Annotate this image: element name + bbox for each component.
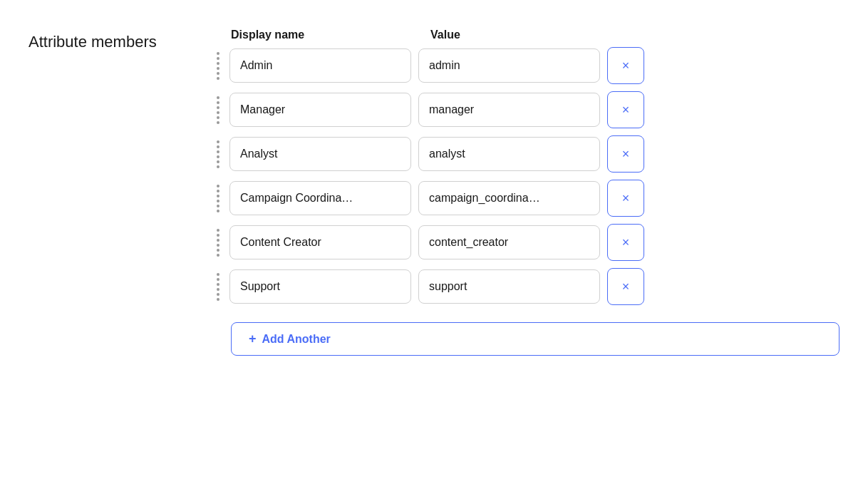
table-row: × xyxy=(214,91,839,128)
value-input[interactable] xyxy=(418,93,600,127)
drag-dot xyxy=(217,210,219,212)
table-row: × xyxy=(214,268,839,305)
drag-dot xyxy=(217,185,219,187)
drag-dot xyxy=(217,229,219,232)
close-icon: × xyxy=(622,148,630,160)
add-another-label: Add Another xyxy=(262,333,331,346)
drag-dot xyxy=(217,106,219,109)
drag-dot xyxy=(217,273,219,276)
drag-dot xyxy=(217,67,219,70)
drag-dot xyxy=(217,72,219,75)
drag-dot xyxy=(217,190,219,192)
drag-dot xyxy=(217,77,219,80)
delete-button[interactable]: × xyxy=(607,47,644,84)
display-name-input[interactable] xyxy=(229,137,411,171)
close-icon: × xyxy=(622,236,630,249)
drag-dot xyxy=(217,298,219,301)
table-row: × xyxy=(214,180,839,217)
drag-dot xyxy=(217,254,219,257)
drag-dot xyxy=(217,288,219,291)
drag-dot xyxy=(217,165,219,168)
drag-handle[interactable] xyxy=(214,185,222,212)
drag-handle[interactable] xyxy=(214,52,222,80)
drag-dot xyxy=(217,283,219,286)
close-icon: × xyxy=(622,192,630,205)
display-name-input[interactable] xyxy=(229,225,411,259)
table-row: × xyxy=(214,135,839,173)
drag-dot xyxy=(217,145,219,148)
drag-dot xyxy=(217,121,219,124)
drag-dot xyxy=(217,140,219,143)
drag-dot xyxy=(217,101,219,104)
drag-dot xyxy=(217,278,219,281)
drag-dot xyxy=(217,293,219,296)
delete-button[interactable]: × xyxy=(607,224,644,261)
drag-dot xyxy=(217,116,219,119)
drag-dot xyxy=(217,160,219,163)
value-input[interactable] xyxy=(418,269,600,304)
drag-handle[interactable] xyxy=(214,140,222,168)
display-name-input[interactable] xyxy=(229,181,411,215)
value-input[interactable] xyxy=(418,48,600,83)
page-container: Attribute members Display name Value × xyxy=(14,14,854,370)
drag-dot xyxy=(217,244,219,247)
drag-dot xyxy=(217,57,219,60)
delete-button[interactable]: × xyxy=(607,135,644,173)
drag-dot xyxy=(217,200,219,202)
drag-dot xyxy=(217,155,219,158)
table-header: Display name Value xyxy=(214,29,839,41)
drag-dot xyxy=(217,249,219,252)
value-input[interactable] xyxy=(418,137,600,171)
delete-button[interactable]: × xyxy=(607,268,644,305)
drag-handle[interactable] xyxy=(214,96,222,124)
col-header-display-name: Display name xyxy=(231,29,423,41)
table-row: × xyxy=(214,224,839,261)
col-header-value: Value xyxy=(430,29,623,41)
table-row: × xyxy=(214,47,839,84)
drag-dot xyxy=(217,205,219,207)
drag-dot xyxy=(217,234,219,237)
drag-dot xyxy=(217,96,219,99)
delete-button[interactable]: × xyxy=(607,91,644,128)
rows-container: × × xyxy=(214,47,839,312)
drag-dot xyxy=(217,150,219,153)
drag-dot xyxy=(217,62,219,65)
close-icon: × xyxy=(622,280,630,293)
drag-dot xyxy=(217,239,219,242)
value-input[interactable] xyxy=(418,181,600,215)
close-icon: × xyxy=(622,103,630,116)
section-label: Attribute members xyxy=(29,29,200,51)
display-name-input[interactable] xyxy=(229,93,411,127)
display-name-input[interactable] xyxy=(229,48,411,83)
members-table: Display name Value × xyxy=(214,29,839,356)
close-icon: × xyxy=(622,59,630,72)
plus-icon: + xyxy=(249,331,257,346)
add-another-button[interactable]: + Add Another xyxy=(231,322,839,356)
drag-handle[interactable] xyxy=(214,273,222,301)
drag-dot xyxy=(217,195,219,197)
delete-button[interactable]: × xyxy=(607,180,644,217)
drag-dot xyxy=(217,111,219,114)
drag-dot xyxy=(217,52,219,55)
drag-handle[interactable] xyxy=(214,229,222,257)
display-name-input[interactable] xyxy=(229,269,411,304)
value-input[interactable] xyxy=(418,225,600,259)
